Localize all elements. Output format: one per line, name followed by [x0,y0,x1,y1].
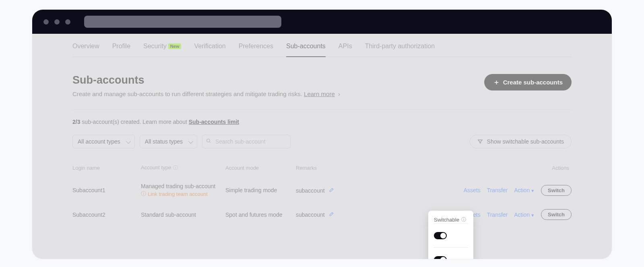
switch-button[interactable]: Switch [541,209,572,220]
search-box [202,135,291,148]
tab-preferences[interactable]: Preferences [239,41,273,57]
tab-security[interactable]: SecurityNew [143,41,181,57]
switchable-highlight-panel: Switchable ⓘ [428,211,473,259]
search-icon [206,138,211,145]
page-title: Sub-accounts [72,74,340,86]
switchable-row [434,247,468,259]
account-type-select[interactable]: All account types [72,135,135,148]
url-bar[interactable] [84,16,281,28]
cell-login: Subaccount1 [72,187,141,193]
table-row: Subaccount1 Managed trading sub-account … [72,177,572,203]
close-dot[interactable] [43,19,49,25]
warning-icon: ⓘ [141,190,146,197]
switchable-toggle[interactable] [434,256,447,259]
maximize-dot[interactable] [65,19,70,25]
info-icon[interactable]: ⓘ [172,165,178,170]
page-subtitle: Create and manage sub-accounts to run di… [72,90,340,97]
new-badge: New [168,43,182,49]
window-controls [43,19,70,25]
page-header: Sub-accounts Create and manage sub-accou… [72,74,572,97]
tab-third-party[interactable]: Third-party authorization [365,41,435,57]
browser-window: Overview Profile SecurityNew Verificatio… [32,10,612,259]
minimize-dot[interactable] [54,19,60,25]
chevron-down-icon [126,138,131,144]
search-input[interactable] [202,135,291,148]
tab-apis[interactable]: APIs [339,41,352,57]
tab-sub-accounts[interactable]: Sub-accounts [286,41,326,57]
nav-tabs: Overview Profile SecurityNew Verificatio… [72,34,572,57]
subaccount-count-line: 2/3 sub-account(s) created. Learn more a… [72,119,572,125]
assets-link[interactable]: Assets [464,187,481,193]
switchable-row [434,223,468,247]
page-content: Overview Profile SecurityNew Verificatio… [32,34,612,259]
cell-account-type: Standard sub-account [141,212,225,218]
info-icon[interactable]: ⓘ [461,216,466,223]
cell-mode: Simple trading mode [225,187,296,193]
create-sub-account-button[interactable]: ＋ Create sub-accounts [484,74,572,90]
status-type-select[interactable]: All status types [140,135,197,148]
cell-remarks: subaccount [296,211,366,218]
action-dropdown[interactable]: Action▼ [514,187,535,193]
tab-overview[interactable]: Overview [72,41,99,57]
col-type: Account type ⓘ [141,164,225,171]
transfer-link[interactable]: Transfer [487,187,508,193]
col-mode: Account mode [225,165,296,171]
col-remarks: Remarks [296,165,366,171]
table-header-row: Login name Account type ⓘ Account mode R… [72,159,572,177]
chevron-down-icon [188,138,194,144]
chevron-right-icon: › [336,90,340,97]
section-divider [72,109,572,110]
show-switchable-button[interactable]: Show switchable sub-accounts [470,135,572,148]
cell-actions: Assets Transfer Action▼ Switch [443,185,572,196]
tab-verification[interactable]: Verification [194,41,225,57]
col-actions: Actions [443,165,572,171]
transfer-link[interactable]: Transfer [487,212,508,218]
switch-button[interactable]: Switch [541,185,572,196]
subaccounts-limit-link[interactable]: Sub-accounts limit [189,119,239,125]
cell-account-type: Managed trading sub-account ⓘ Link tradi… [141,183,225,197]
learn-more-link[interactable]: Learn more [304,90,335,97]
table-row: Subaccount2 Standard sub-account Spot an… [72,203,572,226]
col-login: Login name [72,165,141,171]
edit-remark-icon[interactable] [329,187,334,194]
svg-point-0 [207,139,210,142]
title-bar [32,10,612,34]
edit-remark-icon[interactable] [329,212,334,218]
cell-login: Subaccount2 [72,212,141,218]
cell-remarks: subaccount [296,187,366,194]
switchable-toggle[interactable] [434,232,447,239]
switchable-header: Switchable ⓘ [434,216,468,223]
svg-line-1 [209,142,211,143]
filters-row: All account types All status types Show … [72,135,572,148]
link-trading-team-link[interactable]: ⓘ Link trading team account [141,190,225,197]
subaccounts-table: Login name Account type ⓘ Account mode R… [72,159,572,226]
action-dropdown[interactable]: Action▼ [514,212,535,218]
filter-icon [477,139,483,144]
cell-mode: Spot and futures mode [225,212,296,218]
tab-profile[interactable]: Profile [112,41,130,57]
